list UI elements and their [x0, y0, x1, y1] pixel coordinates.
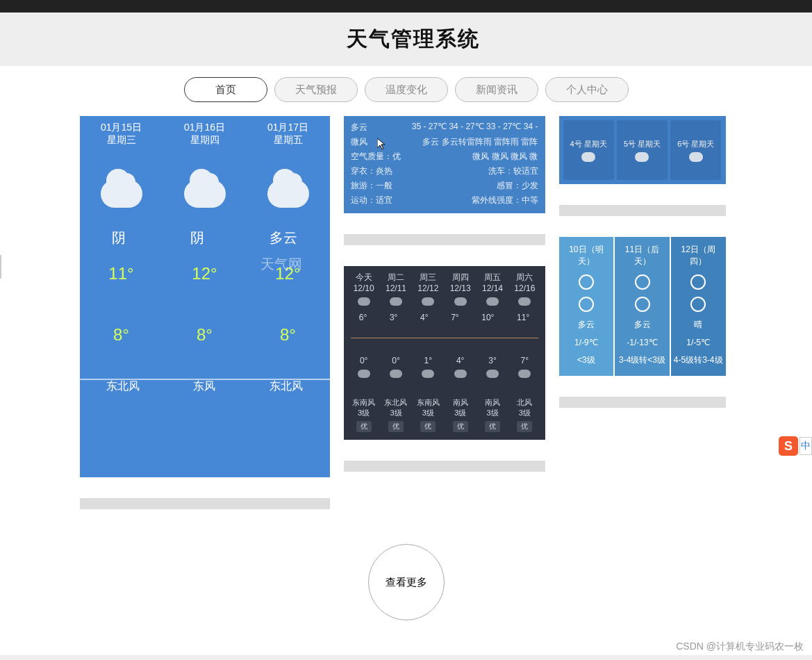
- page-title: 天气管理系统: [14, 25, 812, 53]
- gallery: 01月15日星期三 01月16日星期四 01月17日星期五 天气网 阴 阴 多云…: [80, 116, 733, 620]
- weather-icon: [635, 274, 650, 290]
- weather-card-info[interactable]: 多云35 - 27℃ 34 - 27℃ 33 - 27℃ 34 - 微风多云 多…: [344, 116, 545, 213]
- gallery-col-2: 多云35 - 27℃ 34 - 27℃ 33 - 27℃ 34 - 微风多云 多…: [344, 116, 545, 472]
- watermark-logo: 天气网: [260, 255, 302, 274]
- tab-news[interactable]: 新闻资讯: [455, 77, 538, 102]
- prev-thumb[interactable]: [0, 255, 7, 283]
- weather-icon: [579, 274, 594, 290]
- weather-card-3day[interactable]: 10日（明天） 多云 1/-9℃ <3级 11日（后天） 多云 -1/-13℃ …: [559, 237, 726, 376]
- tab-profile[interactable]: 个人中心: [545, 77, 629, 102]
- main-nav: 首页 天气预报 温度变化 新闻资讯 个人中心: [0, 66, 812, 116]
- weather-icon: [581, 152, 595, 162]
- weather-card-mini[interactable]: 4号 星期天 5号 星期天 6号 星期天: [559, 116, 726, 184]
- weather-card-large[interactable]: 01月15日星期三 01月16日星期四 01月17日星期五 天气网 阴 阴 多云…: [80, 116, 330, 477]
- gallery-col-3: 4号 星期天 5号 星期天 6号 星期天 10日（明天） 多云 1/-9℃ <3…: [559, 116, 726, 408]
- tab-temperature[interactable]: 温度变化: [365, 77, 448, 102]
- view-more-button[interactable]: 查看更多: [368, 544, 445, 620]
- caption-placeholder: [344, 234, 545, 245]
- caption-placeholder: [559, 205, 726, 216]
- ime-badge[interactable]: S 中: [779, 436, 812, 456]
- caption-placeholder: [559, 397, 726, 408]
- cloud-icon: [101, 180, 142, 208]
- weather-icon: [690, 274, 706, 290]
- temp-line-chart: [351, 338, 538, 358]
- moon-icon: [690, 297, 706, 312]
- cloud-icon: [184, 180, 226, 208]
- sogou-icon: S: [779, 436, 798, 456]
- data-show-section: DATA SHOW 温度变化展示: [0, 655, 812, 660]
- tab-forecast[interactable]: 天气预报: [274, 77, 358, 102]
- ime-mode: 中: [799, 437, 812, 455]
- gallery-col-1: 01月15日星期三 01月16日星期四 01月17日星期五 天气网 阴 阴 多云…: [80, 116, 330, 509]
- weather-icon: [635, 297, 650, 312]
- weather-card-week[interactable]: 今天12/10 周二12/11 周三12/12 周四12/13 周五12/14 …: [344, 266, 545, 440]
- caption-placeholder: [80, 498, 330, 509]
- top-bar: [0, 0, 812, 13]
- weather-icon: [689, 152, 703, 162]
- cloud-icon: [267, 180, 309, 208]
- cursor-icon: [377, 138, 386, 149]
- weather-icon: [579, 297, 594, 312]
- csdn-watermark: CSDN @计算机专业码农一枚: [676, 641, 804, 653]
- header: 天气管理系统: [0, 13, 812, 66]
- weather-icon: [635, 152, 649, 162]
- tab-home[interactable]: 首页: [184, 77, 267, 102]
- caption-placeholder: [344, 461, 545, 472]
